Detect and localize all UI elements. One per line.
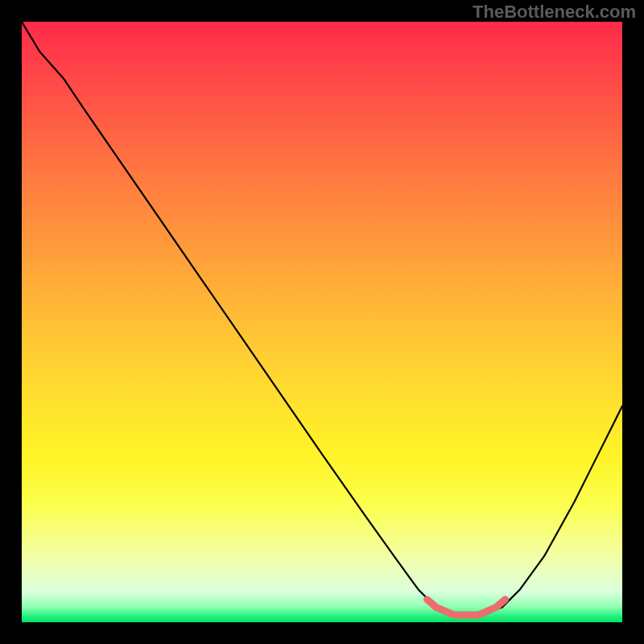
bottleneck-curve bbox=[22, 22, 622, 615]
chart-plot-area bbox=[22, 22, 622, 622]
chart-svg bbox=[22, 22, 622, 622]
optimal-band-highlight bbox=[427, 600, 506, 615]
watermark-text: TheBottleneck.com bbox=[473, 2, 636, 23]
